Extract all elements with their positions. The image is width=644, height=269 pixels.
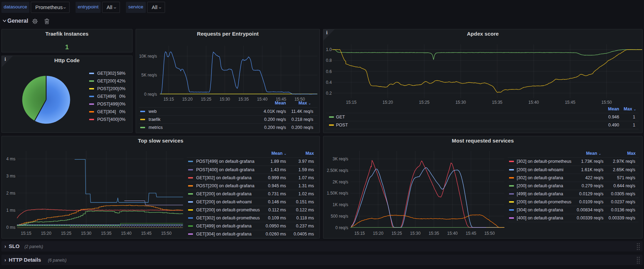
svg-text:15:25: 15:25: [392, 231, 402, 236]
svg-text:15:30: 15:30: [410, 231, 421, 236]
svg-text:2K req/s: 2K req/s: [332, 180, 348, 184]
svg-text:2.50K req/s: 2.50K req/s: [327, 168, 348, 173]
svg-text:3K req/s: 3K req/s: [332, 157, 348, 161]
svg-text:15:20: 15:20: [373, 231, 384, 236]
svg-text:1K req/s: 1K req/s: [332, 202, 348, 207]
svg-text:15:45: 15:45: [466, 231, 476, 236]
svg-text:15:35: 15:35: [429, 231, 439, 236]
svg-text:15:50: 15:50: [484, 231, 495, 236]
svg-text:15:40: 15:40: [447, 231, 458, 236]
svg-text:1.50K req/s: 1.50K req/s: [327, 191, 348, 196]
svg-text:500 req/s: 500 req/s: [331, 214, 348, 219]
svg-text:0 req/s: 0 req/s: [335, 225, 348, 230]
svg-text:15:15: 15:15: [354, 231, 365, 236]
